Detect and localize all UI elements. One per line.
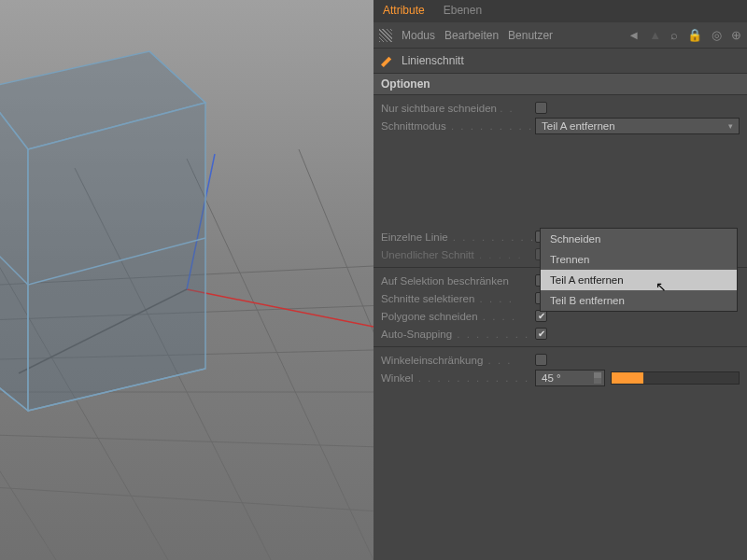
tool-name: Linienschnitt	[402, 54, 464, 67]
search-icon[interactable]: ⌕	[670, 28, 678, 42]
target-icon[interactable]: ◎	[712, 28, 722, 42]
tab-ebenen[interactable]: Ebenen	[434, 0, 491, 22]
section-optionen[interactable]: Optionen	[374, 73, 747, 95]
label-polygone-schneiden: Polygone schneiden . . . .	[381, 311, 535, 322]
checkbox-winkeleinschraenkung[interactable]	[535, 354, 547, 366]
viewport-3d[interactable]	[0, 0, 374, 560]
dropdown-menu-schnittmodus: Schneiden Trennen Teil A entfernen Teil …	[540, 228, 738, 312]
checkbox-nur-sichtbare[interactable]	[535, 102, 547, 114]
dropdown-item-teil-b[interactable]: Teil B entfernen	[541, 290, 737, 311]
attribute-panel: Attribute Ebenen Modus Bearbeiten Benutz…	[374, 0, 747, 560]
nav-back-icon[interactable]: ◄	[627, 28, 640, 42]
line-cut-icon	[381, 54, 394, 67]
label-schnittmodus: Schnittmodus . . . . . . . . .	[381, 120, 535, 132]
nav-fwd-icon[interactable]: ▲	[649, 28, 661, 42]
dropdown-item-teil-a[interactable]: Teil A entfernen	[541, 270, 737, 290]
svg-line-9	[299, 149, 374, 560]
tool-header: Linienschnitt	[374, 49, 747, 73]
new-icon[interactable]: ⊕	[731, 28, 741, 42]
menu-bearbeiten[interactable]: Bearbeiten	[444, 29, 499, 42]
lock-icon[interactable]: 🔒	[687, 28, 702, 42]
svg-line-3	[0, 476, 374, 523]
label-nur-sichtbare: Nur sichtbare schneiden . .	[381, 103, 535, 114]
dropdown-item-trennen[interactable]: Trennen	[541, 249, 737, 270]
attribute-toolbar: Modus Bearbeiten Benutzer ◄ ▲ ⌕ 🔒 ◎ ⊕	[374, 22, 747, 49]
svg-marker-16	[28, 103, 205, 411]
svg-line-8	[187, 159, 374, 560]
menu-benutzer[interactable]: Benutzer	[508, 29, 553, 42]
label-winkel: Winkel . . . . . . . . . . . . . .	[381, 372, 535, 384]
label-einzelne-linie: Einzelne Linie . . . . . . . . .	[381, 231, 535, 243]
dropdown-item-schneiden[interactable]: Schneiden	[541, 229, 737, 249]
label-schnitte-selektieren: Schnitte selektieren . . . .	[381, 293, 535, 304]
tab-attribute[interactable]: Attribute	[374, 0, 434, 22]
menu-modus[interactable]: Modus	[402, 29, 435, 42]
dropdown-schnittmodus[interactable]: Teil A entfernen	[535, 118, 740, 134]
label-winkeleinschraenkung: Winkeleinschränkung . . .	[381, 355, 535, 366]
checkbox-auto-snapping[interactable]: ✔	[535, 328, 547, 340]
panel-tabs: Attribute Ebenen	[374, 0, 747, 22]
label-unendlicher-schnitt: Unendlicher Schnitt . . . . .	[381, 249, 535, 260]
svg-line-11	[187, 289, 374, 327]
mode-icon[interactable]	[379, 29, 392, 42]
slider-winkel[interactable]	[611, 371, 740, 385]
label-auto-snapping: Auto-Snapping . . . . . . . .	[381, 329, 535, 340]
input-winkel[interactable]: 45 °	[535, 370, 605, 386]
svg-line-2	[0, 429, 374, 453]
label-auf-selektion: Auf Selektion beschränken	[381, 275, 535, 287]
